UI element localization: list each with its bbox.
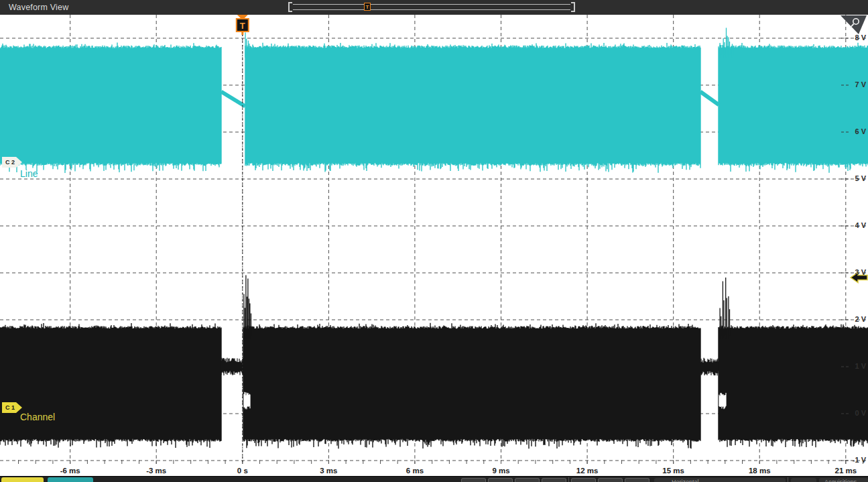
acquisition-panel[interactable]: Acquisitions bbox=[819, 478, 868, 482]
window-titlebar[interactable]: Waveform View T bbox=[0, 0, 868, 15]
trace-c1[interactable] bbox=[0, 276, 868, 449]
bottom-bar-divider bbox=[788, 477, 788, 482]
channel1-level-arrow[interactable] bbox=[851, 273, 867, 283]
trigger-settings-panel[interactable] bbox=[791, 478, 816, 482]
horizontal-settings-panel[interactable]: Horizontal bbox=[654, 478, 786, 482]
bottom-bar-button[interactable] bbox=[488, 478, 513, 482]
waveform-view-window: { "titlebar": { "title": "Waveform View"… bbox=[0, 0, 868, 482]
horizontal-pan-scrollbar[interactable]: T bbox=[288, 2, 575, 12]
scrollbar-track-line bbox=[293, 4, 570, 5]
channel2-bottom-badge[interactable] bbox=[48, 477, 93, 482]
trace-c2[interactable] bbox=[0, 28, 868, 173]
scrollbar-trigger-thumb[interactable]: T bbox=[364, 3, 371, 11]
waveform-plot-area[interactable]: T bbox=[0, 0, 868, 482]
bottom-bar-button[interactable] bbox=[515, 478, 540, 482]
channel1-bottom-badge[interactable] bbox=[1, 477, 44, 482]
svg-text:T: T bbox=[240, 21, 245, 31]
bottom-bar-button[interactable] bbox=[542, 478, 566, 482]
scrollbar-right-bracket[interactable] bbox=[571, 2, 575, 12]
window-title: Waveform View bbox=[9, 3, 68, 12]
bottom-bar-button[interactable] bbox=[571, 478, 596, 482]
bottom-bar-button[interactable] bbox=[625, 478, 649, 482]
bottom-bar-button[interactable] bbox=[461, 478, 486, 482]
bottom-bar-button[interactable] bbox=[598, 478, 623, 482]
channel1-name-label: Channel bbox=[20, 412, 55, 422]
scrollbar-left-bracket[interactable] bbox=[288, 2, 292, 12]
channel2-name-label: Line bbox=[20, 168, 38, 179]
scrollbar-track-line bbox=[293, 9, 570, 10]
zoom-corner-button[interactable] bbox=[841, 15, 867, 34]
oscilloscope-screen: { "titlebar": { "title": "Waveform View"… bbox=[0, 0, 868, 482]
bottom-settings-bar: Horizontal Acquisitions bbox=[0, 476, 868, 482]
bottom-bar-divider bbox=[568, 477, 569, 482]
